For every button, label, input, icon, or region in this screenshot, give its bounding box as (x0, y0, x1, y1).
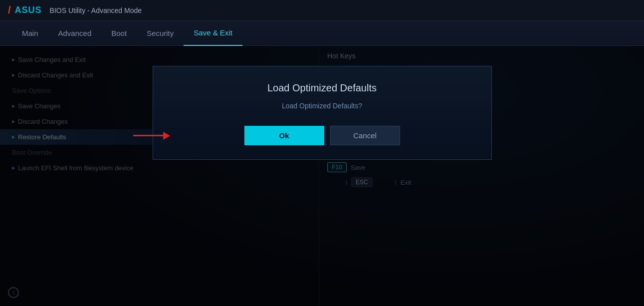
modal-overlay: Load Optimized Defaults Load Optimized D… (0, 46, 644, 306)
header-title: BIOS Utility - Advanced Mode (50, 6, 142, 14)
header-bar: / ASUS BIOS Utility - Advanced Mode (0, 0, 644, 21)
nav-item-boot[interactable]: Boot (101, 21, 137, 46)
nav-bar: Main Advanced Boot Security Save & Exit (0, 21, 644, 46)
ok-button[interactable]: Ok (244, 126, 324, 145)
modal-title: Load Optimized Defaults (173, 82, 471, 94)
arrow-head (163, 132, 170, 140)
asus-logo: / ASUS (8, 4, 42, 16)
modal-buttons: Ok Cancel (173, 126, 471, 145)
arrow-line (133, 135, 163, 136)
logo-slash: / (8, 4, 11, 16)
modal-dialog: Load Optimized Defaults Load Optimized D… (153, 66, 492, 160)
modal-subtitle: Load Optimized Defaults? (173, 102, 471, 110)
nav-item-main[interactable]: Main (12, 21, 48, 46)
bios-utility-container: / ASUS BIOS Utility - Advanced Mode Main… (0, 0, 644, 306)
logo-brand: ASUS (15, 5, 42, 15)
cancel-button[interactable]: Cancel (330, 126, 400, 145)
nav-item-security[interactable]: Security (137, 21, 184, 46)
nav-item-save-exit[interactable]: Save & Exit (184, 21, 242, 46)
arrow-indicator (133, 132, 170, 140)
nav-item-advanced[interactable]: Advanced (48, 21, 102, 46)
